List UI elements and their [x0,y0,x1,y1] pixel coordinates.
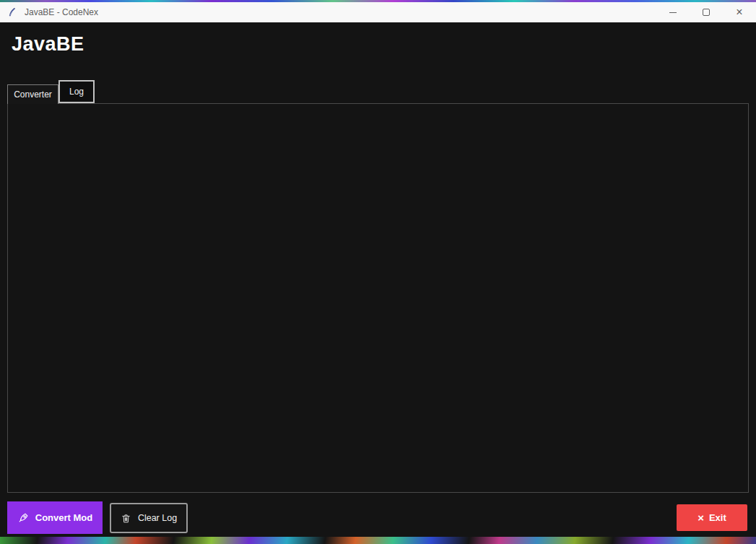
tab-log[interactable]: Log [58,80,95,103]
minimize-button[interactable] [656,2,690,22]
rocket-icon [17,512,30,524]
notebook-pane [7,103,749,493]
clear-log-label: Clear Log [138,513,177,523]
exit-x-icon: × [698,512,704,523]
exit-label: Exit [709,512,726,523]
close-button[interactable]: × [723,2,756,22]
window-title: JavaBE - CodeNex [25,7,98,17]
tab-log-label: Log [69,87,84,97]
window-controls: × [656,2,756,22]
convert-mod-label: Convert Mod [35,512,92,523]
titlebar: JavaBE - CodeNex × [0,2,756,22]
tab-converter[interactable]: Converter [7,84,58,104]
page-title: JavaBE [12,33,84,56]
convert-mod-button[interactable]: Convert Mod [7,501,103,534]
maximize-icon [703,9,710,16]
trash-icon [121,513,131,524]
maximize-button[interactable] [690,2,723,22]
exit-button[interactable]: × Exit [677,504,747,531]
clear-log-button[interactable]: Clear Log [110,503,188,533]
feather-icon [7,6,17,18]
tab-converter-label: Converter [14,89,52,100]
minimize-icon [669,12,677,13]
wallpaper-strip-bottom [0,537,756,544]
